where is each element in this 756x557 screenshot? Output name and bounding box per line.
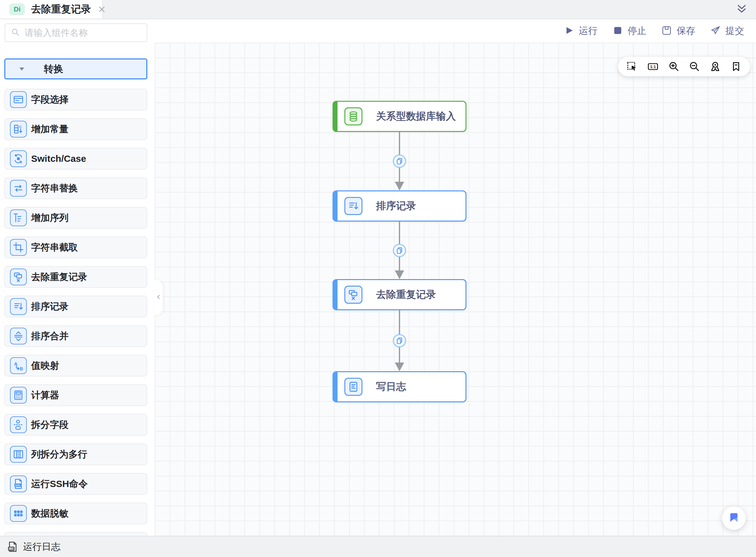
component-item-label: 排序记录 <box>31 300 68 313</box>
component-item-label: 去除重复记录 <box>31 271 87 284</box>
component-item-label: 拆分字段 <box>31 418 68 431</box>
add-sequence-icon <box>10 209 27 226</box>
column-split-icon <box>10 446 27 463</box>
component-item-label: 运行SSH命令 <box>31 478 88 490</box>
sort-merge-icon <box>10 328 27 345</box>
component-item-7[interactable]: 排序记录 <box>4 296 147 317</box>
tab-title: 去除重复记录 <box>31 2 91 16</box>
write-log-icon <box>344 378 362 396</box>
marquee-select-icon[interactable] <box>626 61 638 72</box>
flow-node-1[interactable]: 排序记录 <box>333 190 467 222</box>
component-item-10[interactable]: 计算器 <box>4 384 147 406</box>
flow-node-3[interactable]: 写日志 <box>333 371 467 402</box>
component-item-label: 字段选择 <box>31 93 68 106</box>
run-button[interactable]: 运行 <box>564 25 597 37</box>
svg-text:B: B <box>20 366 23 371</box>
bottom-bar: LOG 运行日志 <box>0 536 756 557</box>
group-label: 转换 <box>44 63 63 76</box>
sidebar-collapse-handle[interactable] <box>154 280 163 315</box>
component-item-6[interactable]: 去除重复记录 <box>4 266 147 288</box>
component-item-label: 列拆分为多行 <box>31 448 87 461</box>
flow-canvas[interactable]: 关系型数据库输入排序记录去除重复记录写日志 1:1 <box>155 42 756 536</box>
log-file-icon: LOG <box>7 541 19 553</box>
edge-copy-badge[interactable] <box>392 333 407 348</box>
switch-case-icon <box>10 150 27 167</box>
locate-icon[interactable] <box>709 61 721 72</box>
database-icon <box>344 107 362 125</box>
svg-text:A: A <box>14 361 18 366</box>
zoom-in-icon[interactable] <box>668 61 680 72</box>
actual-size-icon[interactable]: 1:1 <box>647 61 659 72</box>
run-label: 运行 <box>579 25 597 37</box>
data-mask-icon <box>10 505 27 522</box>
component-item-partial[interactable] <box>4 532 147 536</box>
flow-node-label: 写日志 <box>376 380 406 393</box>
component-list: 字段选择C增加常量Switch/Case字符串替换增加序列字符串截取去除重复记录… <box>0 89 155 536</box>
play-icon <box>564 25 574 37</box>
string-replace-icon <box>10 180 27 197</box>
component-item-2[interactable]: Switch/Case <box>4 148 147 170</box>
component-item-14[interactable]: 数据脱敏 <box>4 502 147 524</box>
di-badge: Di <box>9 3 25 15</box>
submit-button[interactable]: 提交 <box>710 25 744 37</box>
group-header-transform[interactable]: 转换 <box>4 59 147 79</box>
save-button[interactable]: 保存 <box>661 25 695 37</box>
edge-arrowhead-icon <box>395 182 404 190</box>
sort-records-icon <box>344 197 362 215</box>
component-item-11[interactable]: 拆分字段 <box>4 414 147 436</box>
ssh-icon: SSH <box>10 475 27 492</box>
component-item-label: 计算器 <box>31 389 59 402</box>
component-item-label: 数据脱敏 <box>31 507 68 520</box>
flow-node-label: 去除重复记录 <box>376 288 436 301</box>
paper-plane-icon <box>710 25 721 37</box>
edge-arrowhead-icon <box>395 362 404 371</box>
close-icon[interactable] <box>97 4 107 14</box>
dedupe-icon <box>10 268 27 285</box>
tab-dedupe-records[interactable]: Di 去除重复记录 <box>0 0 103 19</box>
bookmark-icon[interactable] <box>730 61 742 72</box>
dedupe-icon <box>344 286 362 304</box>
component-item-8[interactable]: 排序合并 <box>4 325 147 347</box>
component-item-label: 增加常量 <box>31 123 68 136</box>
flow-node-label: 关系型数据库输入 <box>376 110 456 123</box>
stop-label: 停止 <box>628 25 646 37</box>
header-row: 运行 停止 保存 提交 <box>0 19 756 42</box>
tab-bar: Di 去除重复记录 <box>0 0 756 19</box>
bookmark-fab[interactable] <box>722 506 746 530</box>
string-cut-icon <box>10 239 27 256</box>
edge-copy-badge[interactable] <box>392 243 407 258</box>
calculator-icon <box>10 387 27 404</box>
component-item-label: 排序合并 <box>31 330 68 343</box>
search-input[interactable] <box>25 28 142 38</box>
component-item-label: 字符串替换 <box>31 182 78 195</box>
save-icon <box>661 25 672 37</box>
component-item-4[interactable]: 增加序列 <box>4 207 147 229</box>
component-search[interactable] <box>5 23 147 42</box>
run-log-label[interactable]: 运行日志 <box>23 540 60 553</box>
component-item-13[interactable]: SSH运行SSH命令 <box>4 473 147 495</box>
value-map-icon: AB <box>10 357 27 374</box>
component-item-1[interactable]: C增加常量 <box>4 118 147 140</box>
save-label: 保存 <box>677 25 695 37</box>
flow-node-0[interactable]: 关系型数据库输入 <box>333 101 467 132</box>
flow-node-2[interactable]: 去除重复记录 <box>333 279 467 310</box>
stop-button[interactable]: 停止 <box>613 25 646 37</box>
zoom-out-icon[interactable] <box>689 61 700 72</box>
component-item-12[interactable]: 列拆分为多行 <box>4 443 147 465</box>
component-item-label: Switch/Case <box>31 153 86 164</box>
sort-records-icon <box>10 298 27 315</box>
bookmark-fab-icon <box>727 511 740 525</box>
component-item-0[interactable]: 字段选择 <box>4 89 147 111</box>
app-window: Di 去除重复记录 运行 停止 保存 <box>0 0 756 557</box>
add-constant-icon: C <box>10 121 27 138</box>
flow-node-label: 排序记录 <box>376 199 416 213</box>
double-chevron-down-icon[interactable] <box>735 4 748 16</box>
edge-copy-badge[interactable] <box>392 154 407 168</box>
action-bar: 运行 停止 保存 提交 <box>155 19 756 42</box>
component-item-9[interactable]: AB值映射 <box>4 355 147 377</box>
component-item-label: 增加序列 <box>31 212 68 224</box>
chevron-left-icon <box>155 293 162 302</box>
main-area: 转换 字段选择C增加常量Switch/Case字符串替换增加序列字符串截取去除重… <box>0 42 756 536</box>
component-item-3[interactable]: 字符串替换 <box>4 177 147 199</box>
component-item-5[interactable]: 字符串截取 <box>4 236 147 258</box>
